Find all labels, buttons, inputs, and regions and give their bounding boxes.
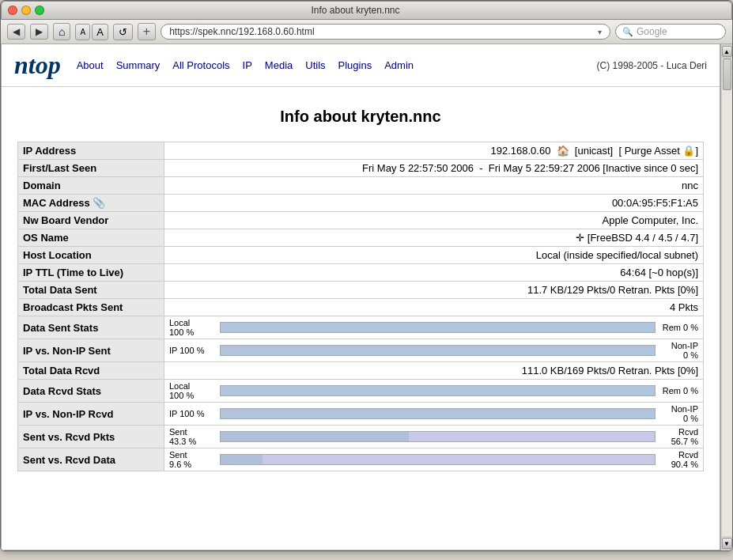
- table-row: Host Location Local (inside specified/lo…: [18, 247, 704, 264]
- row-label: OS Name: [18, 229, 164, 247]
- table-row: Nw Board Vendor Apple Computer, Inc.: [18, 212, 704, 229]
- row-value: Apple Computer, Inc.: [164, 212, 704, 229]
- bar-label-left: Sent9.6 %: [169, 450, 217, 469]
- page-title-prefix: Info about: [280, 108, 357, 125]
- row-label: Domain: [18, 177, 164, 195]
- row-label: IP Address: [18, 142, 164, 160]
- search-bar[interactable]: 🔍 Google: [615, 24, 726, 40]
- nav-admin[interactable]: Admin: [384, 59, 414, 71]
- table-row: IP TTL (Time to Live) 64:64 [~0 hop(s)]: [18, 264, 704, 282]
- bar-container: [220, 431, 656, 442]
- bar-fill-rcvd: [263, 455, 655, 464]
- row-value: 11.7 KB/129 Pkts/0 Retran. Pkts [0%]: [164, 282, 704, 299]
- page-title-host: kryten.nnc: [361, 108, 441, 125]
- bar-label-right: Non-IP0 %: [659, 341, 698, 360]
- bar-label-left: IP 100 %: [169, 346, 217, 355]
- scrollbar[interactable]: ▲ ▼: [720, 44, 732, 551]
- row-label: Broadcast Pkts Sent: [18, 299, 164, 316]
- row-value: 111.0 KB/169 Pkts/0 Retran. Pkts [0%]: [164, 362, 704, 380]
- row-label: Sent vs. Rcvd Pkts: [18, 426, 164, 448]
- scroll-track: [722, 59, 732, 536]
- reload-button[interactable]: ↺: [113, 24, 133, 40]
- bar-label-left: Local100 %: [169, 318, 217, 337]
- bar-fill-sent: [221, 432, 409, 441]
- bar-row: IP 100 % Non-IP0 %: [169, 341, 698, 360]
- ntop-header: ntop About Summary All Protocols IP Medi…: [2, 44, 720, 87]
- row-bar-cell: Sent9.6 % Rcvd90.4 %: [164, 448, 704, 471]
- row-bar-cell: IP 100 % Non-IP0 %: [164, 339, 704, 362]
- bar-label-left: IP 100 %: [169, 409, 217, 418]
- row-label: Data Sent Stats: [18, 316, 164, 339]
- info-table: IP Address 192.168.0.60 🏠 [unicast] [ Pu…: [17, 142, 704, 471]
- forward-button[interactable]: ▶: [30, 24, 48, 40]
- url-dropdown-icon[interactable]: ▾: [598, 28, 602, 36]
- bar-fill-sent: [221, 455, 263, 464]
- bar-fill-rcvd: [409, 432, 655, 441]
- nav-media[interactable]: Media: [265, 59, 293, 71]
- add-bookmark-button[interactable]: +: [138, 23, 156, 40]
- bar-row: Sent43.3 % Rcvd56.7 %: [169, 427, 698, 446]
- row-label: Nw Board Vendor: [18, 212, 164, 229]
- nav-summary[interactable]: Summary: [116, 59, 161, 71]
- table-row-sent-rcvd-pkts: Sent vs. Rcvd Pkts Sent43.3 % Rcvd56.7 %: [18, 426, 704, 448]
- row-value: 4 Pkts: [164, 299, 704, 316]
- row-label: Total Data Sent: [18, 282, 164, 299]
- bar-fill: [221, 386, 655, 395]
- scroll-thumb[interactable]: [723, 59, 731, 90]
- table-row: Total Data Sent 11.7 KB/129 Pkts/0 Retra…: [18, 282, 704, 299]
- row-bar-cell: Local100 % Rem 0 %: [164, 316, 704, 339]
- text-small-button[interactable]: A: [75, 24, 90, 40]
- nav-all-protocols[interactable]: All Protocols: [172, 59, 229, 71]
- ntop-copyright: (C) 1998-2005 - Luca Deri: [597, 60, 707, 71]
- table-row: Total Data Rcvd 111.0 KB/169 Pkts/0 Retr…: [18, 362, 704, 380]
- ntop-nav: About Summary All Protocols IP Media Uti…: [77, 59, 597, 71]
- bar-row: Local100 % Rem 0 %: [169, 318, 698, 337]
- bar-row: Sent9.6 % Rcvd90.4 %: [169, 450, 698, 469]
- nav-about[interactable]: About: [77, 59, 104, 71]
- scroll-down-button[interactable]: ▼: [722, 538, 732, 549]
- bar-label-right: Non-IP0 %: [659, 404, 698, 423]
- bar-container: [220, 345, 656, 356]
- table-row: Domain nnc: [18, 177, 704, 195]
- bar-container: [220, 385, 656, 396]
- row-label: MAC Address 📎: [18, 195, 164, 212]
- table-row-data-sent-stats: Data Sent Stats Local100 % Rem 0 %: [18, 316, 704, 339]
- bar-fill: [221, 323, 655, 332]
- url-text: https://spek.nnc/192.168.0.60.html: [169, 26, 595, 37]
- row-value: ✛ [FreeBSD 4.4 / 4.5 / 4.7]: [164, 229, 704, 247]
- nav-plugins[interactable]: Plugins: [338, 59, 372, 71]
- bar-label-right: Rcvd90.4 %: [659, 450, 698, 469]
- bar-row: IP 100 % Non-IP0 %: [169, 404, 698, 423]
- text-size-controls: A A: [75, 24, 108, 40]
- bar-container: [220, 454, 656, 465]
- row-label: IP vs. Non-IP Rcvd: [18, 403, 164, 426]
- row-bar-cell: IP 100 % Non-IP0 %: [164, 403, 704, 426]
- row-value: Fri May 5 22:57:50 2006 - Fri May 5 22:5…: [164, 160, 704, 177]
- row-bar-cell: Sent43.3 % Rcvd56.7 %: [164, 426, 704, 448]
- row-value: 64:64 [~0 hop(s)]: [164, 264, 704, 282]
- nav-utils[interactable]: Utils: [305, 59, 325, 71]
- page-content: Info about kryten.nnc IP Address 192.168…: [2, 87, 720, 479]
- nav-ip[interactable]: IP: [243, 59, 252, 71]
- row-label: Total Data Rcvd: [18, 362, 164, 380]
- scroll-up-button[interactable]: ▲: [722, 46, 732, 57]
- search-icon: 🔍: [622, 27, 633, 37]
- window-title: Info about kryten.nnc: [0, 5, 725, 16]
- bar-row: Local100 % Rem 0 %: [169, 381, 698, 400]
- text-large-button[interactable]: A: [92, 24, 108, 40]
- page-title: Info about kryten.nnc: [17, 108, 704, 126]
- bar-label-right: Rcvd56.7 %: [659, 427, 698, 446]
- row-value: Local (inside specified/local subnet): [164, 247, 704, 264]
- table-row-sent-rcvd-data: Sent vs. Rcvd Data Sent9.6 % Rcvd90.4 %: [18, 448, 704, 471]
- bar-label-right: Rem 0 %: [659, 386, 698, 395]
- row-value: nnc: [164, 177, 704, 195]
- window-chrome: Info about kryten.nnc: [1, 1, 732, 20]
- bar-container: [220, 322, 656, 333]
- home-button[interactable]: ⌂: [53, 23, 70, 40]
- row-value: 00:0A:95:F5:F1:A5: [164, 195, 704, 212]
- back-button[interactable]: ◀: [7, 24, 25, 40]
- table-row: MAC Address 📎 00:0A:95:F5:F1:A5: [18, 195, 704, 212]
- table-row: Broadcast Pkts Sent 4 Pkts: [18, 299, 704, 316]
- bar-container: [220, 408, 656, 419]
- url-bar[interactable]: https://spek.nnc/192.168.0.60.html ▾: [161, 24, 610, 40]
